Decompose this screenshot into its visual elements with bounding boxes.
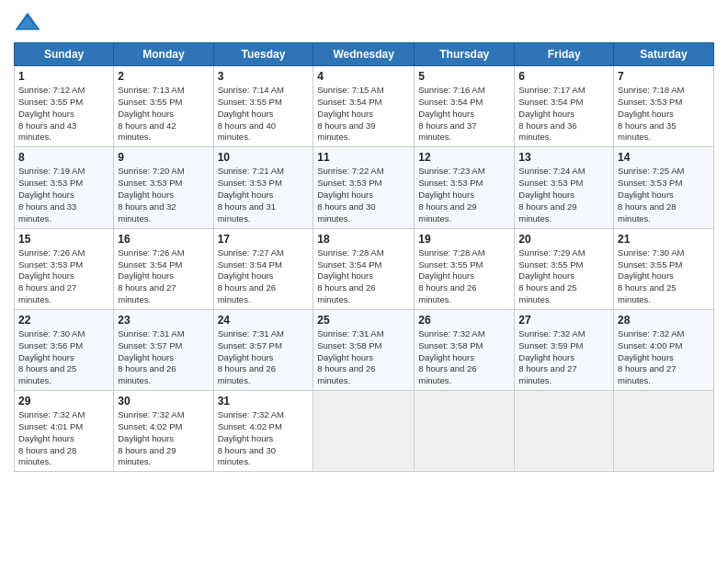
- daylight-label: Daylight hours: [618, 109, 674, 119]
- sunrise: Sunrise: 7:30 AM: [18, 328, 85, 339]
- daylight-label: Daylight hours: [518, 109, 574, 119]
- sunrise: Sunrise: 7:26 AM: [118, 247, 184, 258]
- sunset: Sunset: 3:59 PM: [518, 340, 583, 350]
- sunset: Sunset: 3:53 PM: [218, 178, 282, 188]
- daylight-label: Daylight hours: [218, 109, 274, 119]
- sunrise: Sunrise: 7:19 AM: [18, 166, 85, 176]
- daylight-value: 8 hours and 32 minutes.: [118, 201, 176, 224]
- sunset: Sunset: 3:53 PM: [418, 178, 483, 188]
- weekday-header-thursday: Thursday: [415, 43, 515, 66]
- weekday-header-wednesday: Wednesday: [313, 43, 415, 66]
- page-container: SundayMondayTuesdayWednesdayThursdayFrid…: [0, 0, 728, 477]
- daylight-value: 8 hours and 30 minutes.: [317, 201, 375, 224]
- day-number: 22: [18, 313, 109, 327]
- weekday-header-saturday: Saturday: [614, 43, 714, 66]
- sunrise: Sunrise: 7:12 AM: [18, 85, 85, 95]
- day-number: 28: [618, 313, 710, 327]
- daylight-label: Daylight hours: [18, 190, 74, 200]
- daylight-value: 8 hours and 27 minutes.: [18, 282, 76, 304]
- day-number: 1: [18, 69, 109, 84]
- daylight-value: 8 hours and 33 minutes.: [18, 201, 76, 224]
- daylight-label: Daylight hours: [18, 433, 74, 443]
- calendar-cell: [313, 391, 415, 472]
- calendar-cell: 24Sunrise: 7:31 AMSunset: 3:57 PMDayligh…: [213, 309, 313, 390]
- daylight-value: 8 hours and 27 minutes.: [118, 282, 176, 304]
- day-number: 4: [317, 69, 410, 84]
- sunrise: Sunrise: 7:31 AM: [218, 328, 284, 339]
- day-number: 23: [118, 313, 209, 327]
- calendar-cell: [614, 391, 714, 472]
- calendar-cell: 29Sunrise: 7:32 AMSunset: 4:01 PMDayligh…: [15, 391, 114, 472]
- day-number: 24: [218, 313, 310, 327]
- sunrise: Sunrise: 7:32 AM: [118, 409, 184, 419]
- sunset: Sunset: 3:58 PM: [418, 340, 483, 350]
- sunset: Sunset: 3:53 PM: [18, 178, 83, 188]
- week-row-2: 8Sunrise: 7:19 AMSunset: 3:53 PMDaylight…: [15, 147, 714, 228]
- day-number: 11: [317, 150, 410, 165]
- daylight-value: 8 hours and 37 minutes.: [418, 121, 476, 143]
- sunrise: Sunrise: 7:21 AM: [218, 166, 284, 176]
- sunrise: Sunrise: 7:31 AM: [317, 328, 383, 339]
- week-row-5: 29Sunrise: 7:32 AMSunset: 4:01 PMDayligh…: [15, 391, 714, 472]
- daylight-value: 8 hours and 43 minutes.: [18, 121, 76, 143]
- sunrise: Sunrise: 7:32 AM: [218, 409, 284, 419]
- calendar-cell: 7Sunrise: 7:18 AMSunset: 3:53 PMDaylight…: [614, 66, 714, 147]
- calendar-cell: 16Sunrise: 7:26 AMSunset: 3:54 PMDayligh…: [114, 228, 213, 309]
- calendar-cell: 19Sunrise: 7:28 AMSunset: 3:55 PMDayligh…: [415, 228, 515, 309]
- sunset: Sunset: 4:02 PM: [118, 421, 182, 431]
- daylight-label: Daylight hours: [418, 270, 474, 281]
- sunset: Sunset: 3:53 PM: [18, 259, 83, 270]
- sunset: Sunset: 3:55 PM: [618, 259, 682, 270]
- sunrise: Sunrise: 7:22 AM: [317, 166, 383, 176]
- sunset: Sunset: 3:55 PM: [118, 97, 182, 107]
- day-number: 19: [418, 232, 510, 247]
- daylight-label: Daylight hours: [317, 270, 373, 281]
- day-number: 25: [317, 313, 410, 327]
- daylight-value: 8 hours and 27 minutes.: [618, 363, 676, 385]
- daylight-value: 8 hours and 35 minutes.: [618, 121, 676, 143]
- day-number: 9: [118, 150, 209, 165]
- logo: [14, 9, 44, 37]
- daylight-value: 8 hours and 29 minutes.: [518, 201, 576, 224]
- calendar-cell: 25Sunrise: 7:31 AMSunset: 3:58 PMDayligh…: [313, 309, 415, 390]
- weekday-header-monday: Monday: [114, 43, 213, 66]
- daylight-value: 8 hours and 28 minutes.: [618, 201, 676, 224]
- sunrise: Sunrise: 7:28 AM: [317, 247, 383, 258]
- sunset: Sunset: 3:53 PM: [618, 97, 682, 107]
- header: [14, 9, 714, 37]
- sunset: Sunset: 3:54 PM: [317, 97, 381, 107]
- calendar-cell: 2Sunrise: 7:13 AMSunset: 3:55 PMDaylight…: [114, 66, 213, 147]
- daylight-label: Daylight hours: [18, 270, 74, 281]
- sunset: Sunset: 4:02 PM: [218, 421, 282, 431]
- calendar-cell: 10Sunrise: 7:21 AMSunset: 3:53 PMDayligh…: [213, 147, 313, 228]
- day-number: 26: [418, 313, 510, 327]
- daylight-label: Daylight hours: [218, 190, 274, 200]
- daylight-value: 8 hours and 26 minutes.: [418, 282, 476, 304]
- calendar-cell: 3Sunrise: 7:14 AMSunset: 3:55 PMDaylight…: [213, 66, 313, 147]
- daylight-value: 8 hours and 26 minutes.: [418, 363, 476, 385]
- sunrise: Sunrise: 7:32 AM: [18, 409, 85, 419]
- sunrise: Sunrise: 7:29 AM: [518, 247, 585, 258]
- sunset: Sunset: 3:57 PM: [218, 340, 282, 350]
- sunset: Sunset: 3:57 PM: [118, 340, 182, 350]
- daylight-value: 8 hours and 29 minutes.: [118, 445, 176, 467]
- sunset: Sunset: 3:53 PM: [317, 178, 381, 188]
- daylight-value: 8 hours and 39 minutes.: [317, 121, 375, 143]
- day-number: 10: [218, 150, 310, 165]
- daylight-value: 8 hours and 30 minutes.: [218, 445, 276, 467]
- calendar-cell: 11Sunrise: 7:22 AMSunset: 3:53 PMDayligh…: [313, 147, 415, 228]
- daylight-label: Daylight hours: [618, 270, 674, 281]
- sunrise: Sunrise: 7:16 AM: [418, 85, 484, 95]
- week-row-4: 22Sunrise: 7:30 AMSunset: 3:56 PMDayligh…: [15, 309, 714, 390]
- daylight-label: Daylight hours: [518, 190, 574, 200]
- daylight-value: 8 hours and 25 minutes.: [618, 282, 676, 304]
- daylight-value: 8 hours and 25 minutes.: [18, 363, 76, 385]
- daylight-label: Daylight hours: [317, 190, 373, 200]
- weekday-header-row: SundayMondayTuesdayWednesdayThursdayFrid…: [15, 43, 714, 66]
- day-number: 3: [218, 69, 310, 84]
- sunrise: Sunrise: 7:20 AM: [118, 166, 184, 176]
- sunrise: Sunrise: 7:30 AM: [618, 247, 684, 258]
- sunset: Sunset: 3:58 PM: [317, 340, 381, 350]
- sunrise: Sunrise: 7:13 AM: [118, 85, 184, 95]
- sunset: Sunset: 3:53 PM: [118, 178, 182, 188]
